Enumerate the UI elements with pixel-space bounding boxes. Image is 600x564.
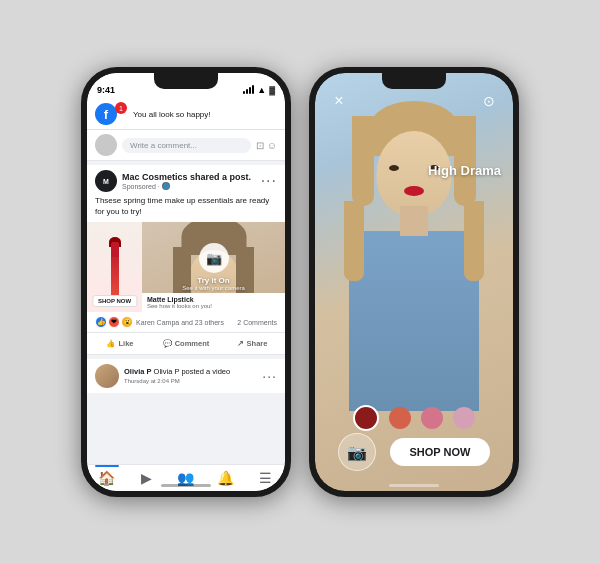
camera-icon: 📷 xyxy=(206,251,222,266)
eye-left xyxy=(389,165,399,171)
ar-bottom-cta: 📷 SHOP NOW xyxy=(315,433,513,471)
like-icon: 👍 xyxy=(95,316,107,328)
user-avatar xyxy=(95,134,117,156)
battery-icon: ▓ xyxy=(269,86,275,95)
ar-status-bar xyxy=(315,73,513,89)
nav-video[interactable]: ▶ xyxy=(127,465,167,491)
reaction-icons: 👍 ❤ 😮 xyxy=(95,316,133,328)
post-body-text: Thsese spring time make up essentials ar… xyxy=(87,195,285,222)
globe-icon: 🌐 xyxy=(162,182,170,190)
ar-camera-btn[interactable]: 📷 xyxy=(338,433,376,471)
nav-friends[interactable]: 👥 xyxy=(166,465,206,491)
notification-badge: 1 xyxy=(115,102,127,114)
signal-icon xyxy=(243,86,254,94)
see-it-label: See it with your camera xyxy=(182,285,245,291)
post-meta: Mac Cosmetics shared a post. Sponsored ·… xyxy=(122,172,256,190)
more-options-btn[interactable]: ··· xyxy=(261,172,277,190)
comments-count: 2 Comments xyxy=(237,319,277,326)
post-author: Mac Cosmetics shared a post. xyxy=(122,172,256,182)
home-indicator-left xyxy=(161,484,211,487)
ar-shop-now-btn[interactable]: SHOP NOW xyxy=(390,438,491,466)
product-card-right[interactable]: 📷 Try it On See it with your camera Matt… xyxy=(142,222,285,312)
video-nav-icon: ▶ xyxy=(141,470,152,486)
swatch-4[interactable] xyxy=(453,407,475,429)
post-actions: 👍 Like 💬 Comment ↗ Share xyxy=(87,333,285,355)
nav-home[interactable]: 🏠 xyxy=(87,465,127,491)
fb-logo: f xyxy=(95,103,117,125)
swatch-2[interactable] xyxy=(389,407,411,429)
shop-now-btn-left[interactable]: SHOP NOW xyxy=(92,295,137,307)
model-hair-long xyxy=(344,201,364,281)
ar-screen-container: × ⊙ High Drama 📷 SHOP NOW xyxy=(315,73,513,491)
model-neck xyxy=(400,206,428,236)
hair-side-left xyxy=(352,116,374,206)
sponsored-dot: · xyxy=(158,183,160,190)
comment-label: Comment xyxy=(175,339,210,348)
next-post-text: Olivia P Olivia P posted a video Thursda… xyxy=(124,367,230,387)
reactions-bar: 👍 ❤ 😮 Karen Campa and 23 others 2 Commen… xyxy=(87,312,285,333)
hair-side-right xyxy=(454,116,476,206)
nav-bell[interactable]: 🔔 xyxy=(206,465,246,491)
product-carousel: SHOP NOW � xyxy=(87,222,285,312)
comment-btn[interactable]: 💬 Comment xyxy=(153,335,219,352)
home-nav-icon: 🏠 xyxy=(98,470,115,486)
share-icon: ↗ xyxy=(237,339,244,348)
next-post-author: Olivia P xyxy=(124,367,152,376)
close-btn[interactable]: × xyxy=(327,89,351,113)
fb-screen: 9:41 ▲ ▓ f 1 You all look so happy! xyxy=(87,73,285,491)
swatch-1[interactable] xyxy=(353,405,379,431)
camera-snap-icon: 📷 xyxy=(347,443,367,462)
post-header: M Mac Cosmetics shared a post. Sponsored… xyxy=(87,165,285,195)
active-indicator xyxy=(95,465,119,467)
model-hair-long-right xyxy=(464,201,484,281)
sponsored-label: Sponsored · 🌐 xyxy=(122,182,256,190)
ar-product-label: High Drama xyxy=(428,163,501,178)
try-it-on-overlay[interactable]: 📷 Try it On See it with your camera xyxy=(142,222,285,312)
share-btn[interactable]: ↗ Share xyxy=(219,335,285,352)
reaction-text: Karen Campa and 23 others xyxy=(136,319,224,326)
flip-camera-btn[interactable]: ⊙ xyxy=(477,89,501,113)
olivia-avatar xyxy=(95,364,119,388)
time-display: 9:41 xyxy=(97,85,115,95)
photo-icon[interactable]: ⊡ xyxy=(256,140,264,151)
comment-actions: ⊡ ☺ xyxy=(256,140,277,151)
notification-text: You all look so happy! xyxy=(133,110,277,119)
menu-nav-icon: ☰ xyxy=(259,470,272,486)
share-label: Share xyxy=(247,339,268,348)
flip-camera-icon: ⊙ xyxy=(483,93,495,109)
comment-bar: Write a comment... ⊡ ☺ xyxy=(87,130,285,161)
like-label: Like xyxy=(118,339,133,348)
like-btn[interactable]: 👍 Like xyxy=(87,335,153,352)
swatch-3[interactable] xyxy=(421,407,443,429)
haha-icon: 😮 xyxy=(121,316,133,328)
brand-avatar: M xyxy=(95,170,117,192)
left-phone: 9:41 ▲ ▓ f 1 You all look so happy! xyxy=(81,67,291,497)
product-card-left: SHOP NOW xyxy=(87,222,142,312)
ar-top-bar: × ⊙ xyxy=(315,89,513,113)
next-post-more[interactable]: ··· xyxy=(262,368,277,384)
bell-nav-icon: 🔔 xyxy=(217,470,234,486)
fb-header: f 1 You all look so happy! xyxy=(87,99,285,130)
wifi-icon: ▲ xyxy=(257,85,266,95)
love-icon: ❤ xyxy=(108,316,120,328)
like-thumb-icon: 👍 xyxy=(106,339,115,348)
fb-post: M Mac Cosmetics shared a post. Sponsored… xyxy=(87,165,285,355)
next-post-preview: Olivia P Olivia P posted a video Thursda… xyxy=(87,359,285,393)
right-phone: × ⊙ High Drama 📷 SHOP NOW xyxy=(309,67,519,497)
comment-bubble-icon: 💬 xyxy=(163,339,172,348)
ar-screen: × ⊙ High Drama 📷 SHOP NOW xyxy=(315,73,513,491)
nav-menu[interactable]: ☰ xyxy=(245,465,285,491)
close-icon: × xyxy=(334,92,343,110)
home-indicator-right xyxy=(389,484,439,487)
next-post-time: Thursday at 2:04 PM xyxy=(124,378,180,384)
model-shirt xyxy=(349,231,479,411)
model-lips xyxy=(404,186,424,196)
emoji-icon[interactable]: ☺ xyxy=(267,140,277,151)
notch-left xyxy=(154,73,218,89)
status-icons: ▲ ▓ xyxy=(243,85,275,95)
comment-input[interactable]: Write a comment... xyxy=(122,138,251,153)
color-swatches xyxy=(315,405,513,431)
camera-circle: 📷 xyxy=(199,243,229,273)
